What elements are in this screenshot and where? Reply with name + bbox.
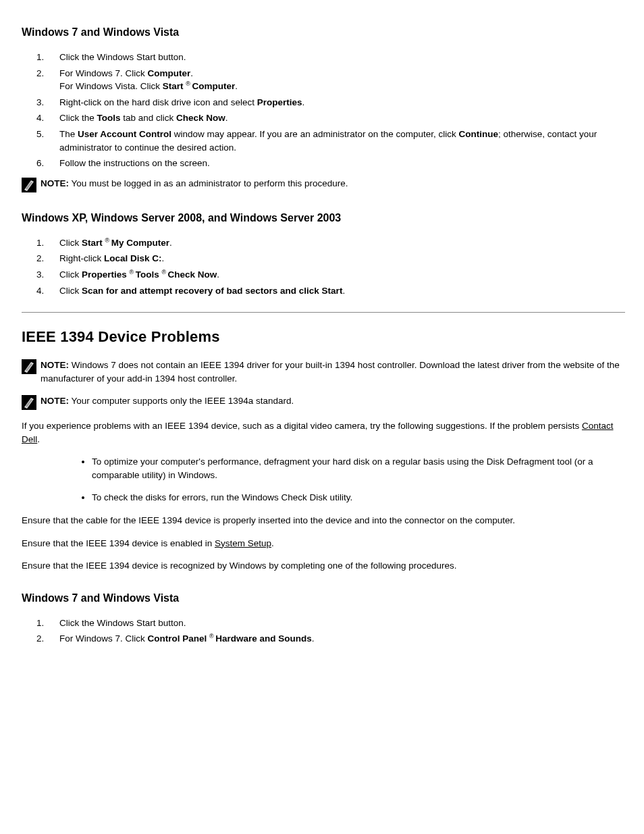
step-row: 1. Click the Windows Start button. <box>22 617 625 630</box>
step-number: 2. <box>22 632 59 646</box>
note-label: NOTE: <box>41 396 69 406</box>
paragraph: Ensure that the IEEE 1394 device is enab… <box>22 537 625 550</box>
system-setup-link[interactable]: System Setup <box>215 538 271 548</box>
step-row: 5. The User Account Control window may a… <box>22 128 625 154</box>
section-title: IEEE 1394 Device Problems <box>22 326 625 348</box>
text: . <box>169 238 172 248</box>
text: The <box>59 129 78 139</box>
step-text: Click the Windows Start button. <box>59 51 625 64</box>
text: Ensure that the IEEE 1394 device is enab… <box>22 538 215 548</box>
text: For Windows Vista. Click <box>59 81 163 91</box>
text: . <box>190 68 193 78</box>
bold: Properties <box>82 269 130 280</box>
text: . <box>162 253 165 263</box>
heading-win7vista-bottom: Windows 7 and Windows Vista <box>22 590 625 606</box>
step-row: 1. Click the Windows Start button. <box>22 51 625 64</box>
step-row: 1. Click Start ® My Computer. <box>22 236 625 250</box>
bold: Start <box>82 238 105 248</box>
bold: Continue <box>459 129 499 139</box>
text: Ensure that the cable for the IEEE 1394 … <box>22 515 515 525</box>
step-row: 3. Right-click on the hard disk drive ic… <box>22 96 625 109</box>
note-icon <box>22 359 36 374</box>
text: Click <box>59 269 82 280</box>
text: Click the <box>59 113 97 123</box>
step-number: 2. <box>22 67 59 93</box>
note-row: NOTE: Your computer supports only the IE… <box>22 394 625 410</box>
bold: Hardware and Sounds <box>215 633 312 644</box>
step-text: Follow the instructions on the screen. <box>59 157 625 170</box>
text: . <box>312 633 315 644</box>
text: Right-click on the hard disk drive icon … <box>59 97 257 107</box>
bold: Properties <box>257 97 302 107</box>
text: . <box>235 81 238 91</box>
note-label: NOTE: <box>41 178 69 188</box>
note-row: NOTE: Windows 7 does not contain an IEEE… <box>22 359 625 385</box>
step-text: Click Scan for and attempt recovery of b… <box>59 284 625 298</box>
note-row: NOTE: You must be logged in as an admini… <box>22 177 625 192</box>
step-number: 4. <box>22 284 59 298</box>
step-row: 6. Follow the instructions on the screen… <box>22 157 625 170</box>
step-number: 1. <box>22 617 59 630</box>
registered-icon: ® <box>209 633 215 640</box>
text: Right-click <box>59 253 104 263</box>
step-text: For Windows 7. Click Computer. For Windo… <box>59 67 625 93</box>
step-number: 1. <box>22 236 59 250</box>
bold: Computer <box>192 81 235 91</box>
step-row: 2. For Windows 7. Click Control Panel ® … <box>22 632 625 646</box>
text: Click <box>59 286 82 296</box>
suggestion-list: To optimize your computer's performance,… <box>22 455 625 504</box>
bold: Computer <box>148 68 191 78</box>
list-item: To check the disks for errors, run the W… <box>92 491 625 504</box>
text: . <box>37 434 40 444</box>
step-number: 2. <box>22 252 59 265</box>
note-label: NOTE: <box>41 360 69 370</box>
text: . <box>217 269 219 280</box>
step-number: 4. <box>22 111 59 125</box>
note-text: NOTE: Your computer supports only the IE… <box>41 394 625 408</box>
bold: Local Disk C: <box>104 253 162 263</box>
step-text: The User Account Control window may appe… <box>59 128 625 154</box>
bold: Start <box>163 81 186 91</box>
text: For Windows 7. Click <box>59 633 148 644</box>
bold: Tools <box>136 269 162 280</box>
bold: Tools <box>97 113 121 123</box>
note-icon <box>22 178 36 192</box>
text: . <box>271 538 274 548</box>
text: If you experience problems with an IEEE … <box>22 421 582 431</box>
note-text: NOTE: You must be logged in as an admini… <box>41 177 625 190</box>
step-text: Right-click Local Disk C:. <box>59 252 625 265</box>
bold: My Computer <box>111 238 169 248</box>
step-row: 2. For Windows 7. Click Computer. For Wi… <box>22 67 625 93</box>
step-number: 5. <box>22 128 59 154</box>
bold: Control Panel <box>148 633 210 644</box>
list-item: To optimize your computer's performance,… <box>92 455 625 481</box>
step-text: Click the Tools tab and click Check Now. <box>59 111 625 125</box>
step-text: Click Start ® My Computer. <box>59 236 625 250</box>
text: window may appear. If you are an adminis… <box>171 129 458 139</box>
bold: Scan for and attempt recovery of bad sec… <box>82 286 342 296</box>
step-number: 3. <box>22 268 59 282</box>
text: tab and click <box>121 113 177 123</box>
note-text: NOTE: Windows 7 does not contain an IEEE… <box>41 359 625 385</box>
step-number: 1. <box>22 51 59 64</box>
text: Your computer supports only the IEEE 139… <box>69 396 294 406</box>
divider <box>22 312 625 313</box>
step-row: 4. Click Scan for and attempt recovery o… <box>22 284 625 298</box>
registered-icon: ® <box>105 236 111 243</box>
text: . <box>302 97 304 107</box>
step-row: 2. Right-click Local Disk C:. <box>22 252 625 265</box>
step-number: 6. <box>22 157 59 170</box>
text: Windows 7 does not contain an IEEE 1394 … <box>41 360 620 384</box>
note-icon <box>22 395 36 410</box>
text: Click <box>59 238 82 248</box>
step-text: Click Properties ® Tools ® Check Now. <box>59 268 625 282</box>
text: . <box>225 113 228 123</box>
bold: Check Now <box>168 269 217 280</box>
step-text: Right-click on the hard disk drive icon … <box>59 96 625 109</box>
registered-icon: ® <box>161 269 167 276</box>
text: For Windows 7. Click <box>59 68 148 78</box>
step-text: Click the Windows Start button. <box>59 617 625 630</box>
paragraph: Ensure that the cable for the IEEE 1394 … <box>22 514 625 527</box>
step-row: 4. Click the Tools tab and click Check N… <box>22 111 625 125</box>
registered-icon: ® <box>130 269 136 276</box>
